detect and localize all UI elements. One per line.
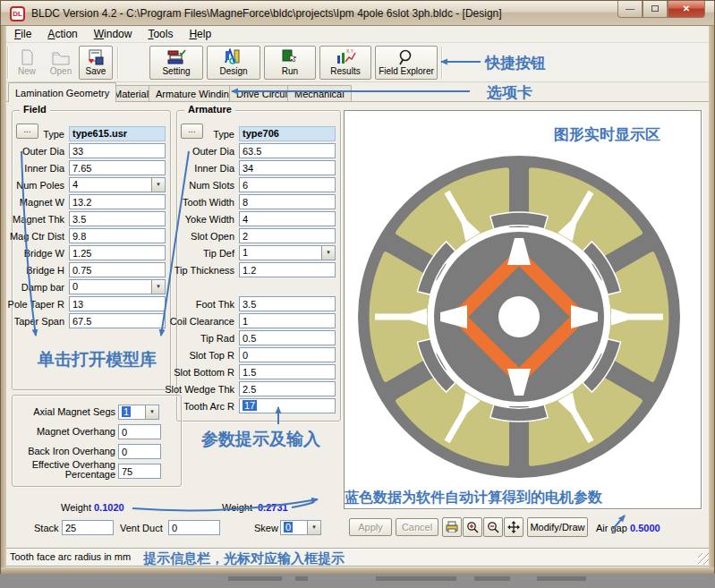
stack-input[interactable] [62,520,114,535]
motor-cross-section [345,111,701,508]
axial-magnet-segs-select[interactable]: 1▼ [118,405,159,420]
dropdown-arrow-icon[interactable]: ▼ [145,405,158,419]
new-button: New [11,46,43,80]
shaft-hole [498,296,540,337]
back-iron-overhang-input[interactable] [118,444,161,459]
field-group-title: Field [20,104,50,115]
dropdown-arrow-icon[interactable]: ▼ [321,246,335,260]
tab-strip: Lamination Geometry Material Armature Wi… [6,82,709,102]
armature-type-value[interactable]: type706 [239,126,336,141]
vent-duct-input[interactable] [168,520,220,535]
tooth-arc-r-input[interactable]: 17 [239,398,336,413]
setting-button[interactable]: Setting [149,46,203,80]
taper-span-label: Taper Span [14,316,64,327]
armature-type-label: Type [213,129,234,140]
print-button[interactable] [442,517,462,537]
desktop-artifact [474,576,510,581]
annotation-tabs: 选项卡 [487,82,532,103]
slot-top-r-input[interactable] [239,347,336,362]
magnet-w-input[interactable] [69,194,166,209]
field-outer-dia-input[interactable] [69,143,166,158]
bridge-w-input[interactable] [69,245,166,260]
maximize-button[interactable] [643,1,668,18]
num-slots-input[interactable] [239,177,336,192]
armature-weight-label: Weight [222,502,252,513]
coil-clearance-input[interactable] [239,313,336,328]
armature-inner-dia-input[interactable] [239,160,336,175]
tab-lamination-geometry[interactable]: Lamination Geometry [8,82,116,102]
zoom-in-button[interactable] [463,517,482,537]
save-button[interactable]: Save [79,46,113,80]
slot-wedge-thk-input[interactable] [239,381,336,396]
design-button[interactable]: Design [207,46,260,80]
tab-mechanical[interactable]: Mechanical [287,85,352,102]
title-bar: DL BLDC Version 4.2 - C:\Program Files\M… [1,1,714,26]
dropdown-arrow-icon[interactable]: ▼ [151,280,165,294]
field-weight-label: Weight [61,502,91,513]
zoom-out-button[interactable] [483,517,503,537]
magnet-overhang-input[interactable] [118,424,161,439]
magnet-w-label: Magnet W [20,197,64,208]
annotation-status-hint: 提示信息栏，光标对应输入框提示 [143,550,345,567]
screen: DL BLDC Version 4.2 - C:\Program Files\M… [0,0,715,588]
skew-select[interactable]: 0▼ [280,520,321,535]
run-button[interactable]: Run [264,46,316,80]
window-border [1,26,6,567]
slot-open-label: Slot Open [191,231,234,242]
field-outer-dia-label: Outer Dia [22,146,64,157]
pan-icon [507,521,520,533]
armature-outer-dia-input[interactable] [239,143,336,158]
tooth-width-input[interactable] [239,194,336,209]
pole-taper-r-input[interactable] [69,296,166,311]
tip-thickness-label: Tip Thickness [174,265,234,276]
status-message: Tooth face arc radius in mm [10,551,131,562]
annotation-blue-data: 蓝色数据为软件自动计算得到的电机参数 [345,489,602,507]
num-poles-select[interactable]: 4▼ [69,177,166,192]
annotation-display-area: 图形实时显示区 [554,124,660,145]
taper-span-input[interactable] [69,313,166,328]
close-button[interactable]: ✕ [668,1,705,18]
dropdown-arrow-icon[interactable]: ▼ [307,521,320,534]
pan-button[interactable] [504,517,523,537]
slot-bottom-r-input[interactable] [239,364,336,379]
results-button[interactable]: X,Y Results [319,46,371,80]
app-window: DL BLDC Version 4.2 - C:\Program Files\M… [0,0,715,574]
tip-rad-input[interactable] [239,330,336,345]
menu-action[interactable]: Action [39,26,85,43]
yoke-width-input[interactable] [239,211,336,226]
air-gap-value: 0.5000 [630,523,660,533]
menu-help[interactable]: Help [181,26,219,43]
new-document-icon [17,48,37,66]
dropdown-arrow-icon[interactable]: ▼ [151,178,165,192]
tip-def-select[interactable]: 1▼ [239,245,336,260]
stack-label: Stack [34,523,59,533]
bridge-w-label: Bridge W [24,248,64,259]
mag-ctr-dist-input[interactable] [69,228,166,243]
tip-thickness-input[interactable] [239,262,336,277]
damp-bar-select[interactable]: 0▼ [69,279,166,294]
toolbar-separator [441,47,443,79]
window-controls: — ✕ [617,1,705,18]
magnet-thk-label: Magnet Thk [13,214,64,225]
modify-draw-button[interactable]: Modify/Draw [527,517,588,537]
tab-armature-winding[interactable]: Armature Winding [149,85,242,102]
pole-taper-r-label: Pole Taper R [8,299,64,310]
field-explorer-button[interactable]: Field Explorer [375,46,438,80]
graphics-display-panel[interactable] [344,110,702,509]
minimize-button[interactable]: — [617,1,643,18]
app-icon: DL [10,6,25,21]
menu-file[interactable]: File [6,26,39,43]
slot-open-input[interactable] [239,228,336,243]
magnet-thk-input[interactable] [69,211,166,226]
field-type-value[interactable]: type615.usr [69,126,166,141]
foot-thk-input[interactable] [239,296,336,311]
num-slots-label: Num Slots [189,180,234,191]
menu-window[interactable]: Window [86,26,140,43]
field-inner-dia-input[interactable] [69,160,166,175]
menu-bar: FileActionWindowToolsHelp [6,26,709,43]
effective-overhang-input[interactable] [118,464,161,479]
armature-weight-value: 0.2731 [258,502,288,513]
bridge-h-label: Bridge H [26,265,64,276]
menu-tools[interactable]: Tools [140,26,181,43]
bridge-h-input[interactable] [69,262,166,277]
